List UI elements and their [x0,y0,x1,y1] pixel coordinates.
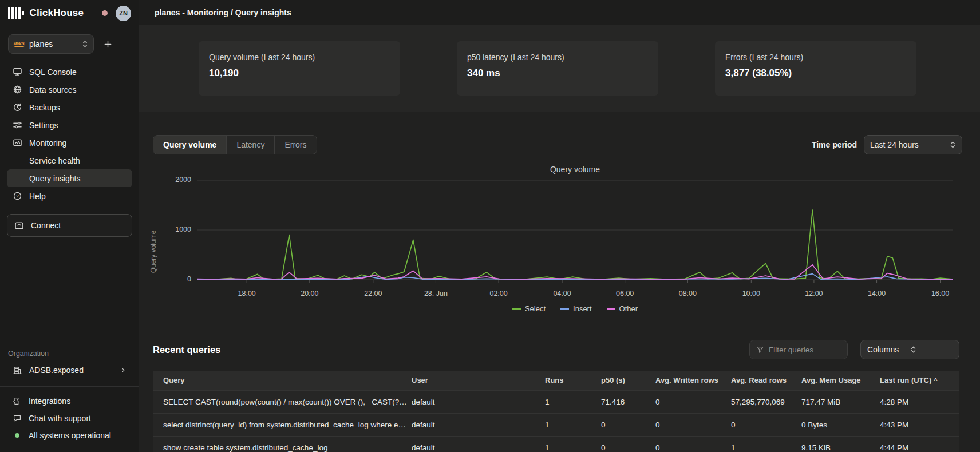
chart-tabs: Query volume Latency Errors [153,135,317,154]
time-period-select[interactable]: Last 24 hours [864,135,962,154]
main-area: planes - Monitoring / Query insights Que… [139,0,980,452]
sidebar-item-sql-console[interactable]: SQL Console [7,63,132,81]
sidebar-item-label: Backups [29,103,60,112]
cell-avg-read: 1 [731,436,801,452]
cell-p50: 0 [601,413,655,436]
col-header-avg-mem[interactable]: Avg. Mem Usage [801,371,880,390]
sidebar-item-service-health[interactable]: Service health [7,152,132,169]
brand-row: ClickHouse ZN [0,0,139,26]
sidebar: ClickHouse ZN aws planes SQL Console [0,0,139,452]
cell-avg-read: 57,295,770,069 [731,390,801,413]
help-circle-icon: ? [13,191,22,201]
sidebar-item-label: Chat with support [29,414,91,423]
x-tick-label: 22:00 [364,290,382,298]
svg-text:?: ? [16,193,19,199]
table-row[interactable]: show create table system.distributed_cac… [153,436,959,452]
col-header-avg-written[interactable]: Avg. Written rows [655,371,731,390]
monitor-icon [13,67,22,77]
cell-avg-read: 0 [731,413,801,436]
sidebar-item-query-insights[interactable]: Query insights [7,169,132,187]
puzzle-icon [13,397,22,406]
tab-latency[interactable]: Latency [227,136,275,154]
cell-p50: 71.416 [601,390,655,413]
col-header-user[interactable]: User [412,371,545,390]
content-area: Query volume Latency Errors Time period … [139,112,980,452]
chart-legend: SelectInsertOther [197,304,953,313]
sidebar-menu: SQL Console Data sources Backups Setting… [0,60,139,205]
service-select[interactable]: aws planes [8,34,94,54]
legend-item-select[interactable]: Select [512,304,546,313]
sort-asc-icon: ^ [934,377,937,384]
filter-queries-input[interactable] [769,346,832,354]
legend-label: Insert [573,304,592,313]
x-tick-label: 08:00 [679,290,697,298]
col-header-query[interactable]: Query [153,371,412,390]
organization-item[interactable]: ADSB.exposed [8,361,131,379]
filter-queries-box[interactable] [749,340,848,359]
col-header-avg-read[interactable]: Avg. Read rows [731,371,801,390]
table-row[interactable]: select distrinct(query_id) from system.d… [153,413,959,436]
sidebar-item-backups[interactable]: Backups [7,98,132,116]
table-row[interactable]: SELECT CAST(round(pow(count() / max(coun… [153,390,959,413]
add-service-button[interactable] [100,36,116,52]
stat-label: p50 latency (Last 24 hours) [467,53,648,62]
chevron-updown-icon [910,346,953,354]
cell-query: SELECT CAST(round(pow(count() / max(coun… [153,390,412,413]
y-tick-label: 1000 [157,225,191,233]
chart-plot[interactable] [197,172,953,286]
sidebar-item-label: Data sources [29,85,76,94]
connect-button[interactable]: Connect [7,214,132,237]
sidebar-item-help[interactable]: ? Help [7,187,132,205]
cell-user: default [412,390,545,413]
y-axis-label: Query volume [149,217,157,286]
sidebar-item-label: Integrations [29,397,70,406]
col-header-runs[interactable]: Runs [545,371,601,390]
col-header-p50[interactable]: p50 (s) [601,371,655,390]
chevron-right-icon [120,367,127,374]
cell-avg-written: 0 [655,436,731,452]
breadcrumb: planes - Monitoring / Query insights [155,8,291,17]
organization-name: ADSB.exposed [29,366,84,375]
notification-dot [102,10,108,16]
stat-value: 340 ms [467,68,648,79]
legend-label: Other [619,304,638,313]
sidebar-item-label: Query insights [29,174,80,183]
avatar[interactable]: ZN [116,6,131,21]
col-header-last-run[interactable]: Last run (UTC)^ [880,371,959,390]
cell-avg-written: 0 [655,413,731,436]
history-clock-icon [13,102,22,112]
cell-query: show create table system.distributed_cac… [153,436,412,452]
funnel-icon [756,346,764,354]
cell-runs: 1 [545,413,601,436]
legend-item-other[interactable]: Other [607,304,638,313]
sidebar-item-label: Monitoring [29,138,66,148]
sidebar-item-settings[interactable]: Settings [7,116,132,134]
sidebar-item-label: Settings [29,121,58,130]
tab-errors[interactable]: Errors [275,136,316,154]
cell-user: default [412,413,545,436]
aws-icon: aws [14,40,25,47]
cell-runs: 1 [545,436,601,452]
service-selector-row: aws planes [0,26,139,60]
building-icon [13,366,22,375]
y-tick-label: 0 [157,275,191,283]
sidebar-item-chat-support[interactable]: Chat with support [0,410,139,427]
system-status-item[interactable]: All systems operational [0,427,139,444]
legend-item-insert[interactable]: Insert [560,304,592,313]
x-tick-label: 20:00 [301,290,318,298]
connect-icon [14,221,24,231]
connect-button-label: Connect [31,221,61,230]
columns-select-value: Columns [867,345,910,354]
x-tick-label: 10:00 [742,290,760,298]
sidebar-item-monitoring[interactable]: Monitoring [7,134,132,152]
chevron-updown-icon [950,141,956,149]
cell-user: default [412,436,545,452]
sidebar-item-integrations[interactable]: Integrations [0,392,139,410]
sidebar-item-data-sources[interactable]: Data sources [7,81,132,98]
x-tick-label: 28. Jun [424,290,448,298]
y-tick-label: 2000 [157,176,191,184]
stat-card-p50-latency: p50 latency (Last 24 hours) 340 ms [457,41,658,96]
legend-swatch-icon [607,308,615,310]
columns-select[interactable]: Columns [860,340,959,359]
tab-query-volume[interactable]: Query volume [153,136,227,154]
